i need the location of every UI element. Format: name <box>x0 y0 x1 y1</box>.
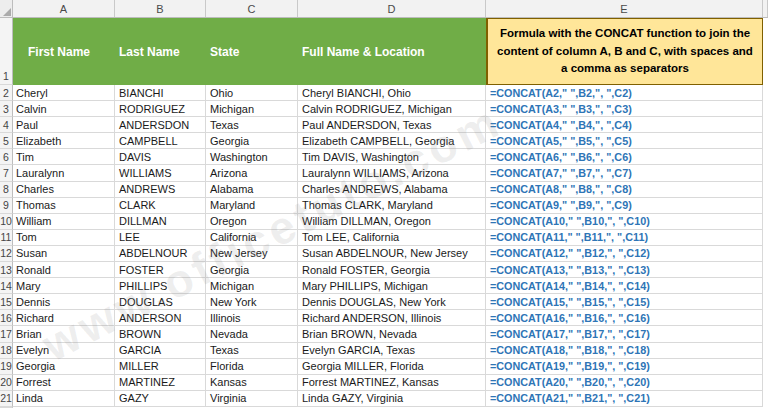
cell-full-name[interactable]: Richard ANDERSON, Illinois <box>298 310 486 326</box>
cell-concat-formula[interactable]: =CONCAT(A16," ",B16,", ",C16) <box>486 310 763 326</box>
cell-first-name[interactable]: Mary <box>13 278 115 294</box>
cell-state[interactable]: Michigan <box>206 101 298 117</box>
row-number[interactable]: 15 <box>0 294 13 310</box>
row-number-partial[interactable] <box>0 407 13 408</box>
cell-full-name[interactable]: Susan ABDELNOUR, New Jersey <box>298 246 486 262</box>
row-number[interactable]: 3 <box>0 101 13 117</box>
cell-full-name[interactable]: Brian BROWN, Nevada <box>298 326 486 342</box>
cell-state[interactable]: Virginia <box>206 391 298 407</box>
column-header-a[interactable]: A <box>13 0 115 17</box>
cell-last-name[interactable]: MILLER <box>115 359 206 375</box>
cell-full-name[interactable]: William DILLMAN, Oregon <box>298 214 486 230</box>
cell-concat-formula[interactable]: =CONCAT(A6," ",B6,", ",C6) <box>486 149 763 165</box>
cell-state[interactable]: Texas <box>206 343 298 359</box>
row-number[interactable]: 5 <box>0 133 13 149</box>
cell-last-name[interactable]: ABDELNOUR <box>115 246 206 262</box>
cell-concat-formula[interactable]: =CONCAT(A13," ",B13,", ",C13) <box>486 262 763 278</box>
cell-last-name[interactable]: ANDREWS <box>115 182 206 198</box>
cell-concat-formula[interactable]: =CONCAT(A10," ",B10,", ",C10) <box>486 214 763 230</box>
column-header-d[interactable]: D <box>298 0 486 17</box>
cell-state[interactable]: Illinois <box>206 310 298 326</box>
cell-first-name[interactable]: Georgia <box>13 359 115 375</box>
cell-full-name[interactable]: Tom LEE, California <box>298 230 486 246</box>
cell-full-name[interactable]: Thomas CLARK, Maryland <box>298 198 486 214</box>
cell-state[interactable]: Arizona <box>206 165 298 181</box>
cell-full-name[interactable]: Elizabeth CAMPBELL, Georgia <box>298 133 486 149</box>
cell-first-name[interactable]: Ronald <box>13 262 115 278</box>
cell-full-name[interactable]: Georgia MILLER, Florida <box>298 359 486 375</box>
cell-concat-formula[interactable]: =CONCAT(A15," ",B15,", ",C15) <box>486 294 763 310</box>
cell-first-name[interactable]: Thomas <box>13 198 115 214</box>
cell-last-name[interactable]: RODRIGUEZ <box>115 101 206 117</box>
cell-last-name[interactable]: MARTINEZ <box>115 375 206 391</box>
cell-concat-formula[interactable]: =CONCAT(A17," ",B17,", ",C17) <box>486 326 763 342</box>
cell-full-name[interactable]: Paul ANDERSDON, Texas <box>298 117 486 133</box>
cell-concat-formula[interactable]: =CONCAT(A21," ",B21,", ",C21) <box>486 391 763 407</box>
cell-first-name[interactable]: Forrest <box>13 375 115 391</box>
row-number[interactable]: 16 <box>0 310 13 326</box>
cell-concat-formula[interactable]: =CONCAT(A4," ",B4,", ",C4) <box>486 117 763 133</box>
cell-last-name[interactable]: GAZY <box>115 391 206 407</box>
cell-first-name[interactable]: Cheryl <box>13 85 115 101</box>
cell-state[interactable]: Georgia <box>206 262 298 278</box>
note-cell-concat-explanation[interactable]: Formula with the CONCAT function to join… <box>486 18 763 85</box>
cell-last-name[interactable]: BIANCHI <box>115 85 206 101</box>
cell-state[interactable]: Maryland <box>206 198 298 214</box>
header-cell-state[interactable]: State <box>206 18 298 85</box>
cell-last-name[interactable]: ANDERSDON <box>115 117 206 133</box>
cell-first-name[interactable]: Tom <box>13 230 115 246</box>
cell-last-name[interactable]: CAMPBELL <box>115 133 206 149</box>
cell-full-name[interactable]: Dennis DOUGLAS, New York <box>298 294 486 310</box>
cell-concat-formula[interactable]: =CONCAT(A14," ",B14,", ",C14) <box>486 278 763 294</box>
row-number[interactable]: 7 <box>0 165 13 181</box>
cell-full-name[interactable]: Charles ANDREWS, Alabama <box>298 182 486 198</box>
cell-state[interactable]: Georgia <box>206 133 298 149</box>
cell-first-name[interactable]: Susan <box>13 246 115 262</box>
column-header-partial[interactable] <box>763 0 768 17</box>
cell-first-name[interactable]: Dennis <box>13 294 115 310</box>
cell-state[interactable]: Kansas <box>206 375 298 391</box>
cell-concat-formula[interactable]: =CONCAT(A2," ",B2,", ",C2) <box>486 85 763 101</box>
cell-state[interactable]: Florida <box>206 359 298 375</box>
cell-state[interactable]: Oregon <box>206 214 298 230</box>
cell-concat-formula[interactable]: =CONCAT(A20," ",B20,", ",C20) <box>486 375 763 391</box>
cell-last-name[interactable]: DAVIS <box>115 149 206 165</box>
cell-last-name[interactable]: LEE <box>115 230 206 246</box>
column-header-e[interactable]: E <box>486 0 763 17</box>
cell-concat-formula[interactable]: =CONCAT(A18," ",B18,", ",C18) <box>486 343 763 359</box>
cell-last-name[interactable]: CLARK <box>115 198 206 214</box>
row-number[interactable]: 4 <box>0 117 13 133</box>
row-number[interactable]: 13 <box>0 262 13 278</box>
row-number[interactable]: 19 <box>0 359 13 375</box>
cell-first-name[interactable]: Evelyn <box>13 343 115 359</box>
cell-first-name[interactable]: Calvin <box>13 101 115 117</box>
cell-full-name[interactable]: Cheryl BIANCHI, Ohio <box>298 85 486 101</box>
cell-last-name[interactable]: GARCIA <box>115 343 206 359</box>
cell-last-name[interactable]: FOSTER <box>115 262 206 278</box>
row-number[interactable]: 12 <box>0 246 13 262</box>
cell-full-name[interactable]: Linda GAZY, Virginia <box>298 391 486 407</box>
cell-first-name[interactable]: William <box>13 214 115 230</box>
cell-state[interactable]: Nevada <box>206 326 298 342</box>
cell-first-name[interactable]: Paul <box>13 117 115 133</box>
row-number[interactable]: 17 <box>0 326 13 342</box>
cell-concat-formula[interactable]: =CONCAT(A5," ",B5,", ",C5) <box>486 133 763 149</box>
cell-last-name[interactable]: PHILLIPS <box>115 278 206 294</box>
row-number[interactable]: 6 <box>0 149 13 165</box>
cell-concat-formula[interactable]: =CONCAT(A3," ",B3,", ",C3) <box>486 101 763 117</box>
cell-state[interactable]: Michigan <box>206 278 298 294</box>
row-number[interactable]: 8 <box>0 182 13 198</box>
row-number[interactable]: 18 <box>0 343 13 359</box>
row-number[interactable]: 2 <box>0 85 13 101</box>
column-header-b[interactable]: B <box>115 0 206 17</box>
row-number-1[interactable]: 1 <box>0 18 13 85</box>
cell-last-name[interactable]: BROWN <box>115 326 206 342</box>
cell-state[interactable]: Washington <box>206 149 298 165</box>
cell-last-name[interactable]: ANDERSON <box>115 310 206 326</box>
cell-state[interactable]: Ohio <box>206 85 298 101</box>
cell-concat-formula[interactable]: =CONCAT(A11," ",B11,", ",C11) <box>486 230 763 246</box>
cell-concat-formula[interactable]: =CONCAT(A9," ",B9,", ",C9) <box>486 198 763 214</box>
cell-last-name[interactable]: DOUGLAS <box>115 294 206 310</box>
cell-state[interactable]: Alabama <box>206 182 298 198</box>
cell-first-name[interactable]: Tim <box>13 149 115 165</box>
